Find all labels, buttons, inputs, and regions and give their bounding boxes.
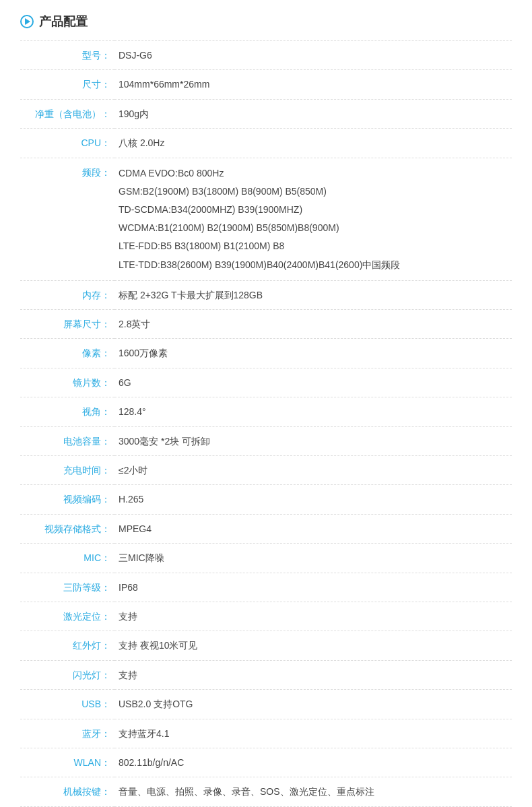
spec-value: 音量、电源、拍照、录像、录音、SOS、激光定位、重点标注 [114, 777, 512, 806]
spec-value: 2.8英寸 [114, 310, 512, 339]
spec-value: 支持 夜视10米可见 [114, 631, 512, 660]
spec-label: 尺寸： [20, 70, 114, 99]
spec-value: 802.11b/g/n/AC [114, 748, 512, 777]
section-header: 产品配置 [20, 13, 512, 30]
section-title: 产品配置 [39, 13, 88, 30]
table-row: 视角：128.4° [20, 397, 512, 426]
spec-label: 视角： [20, 397, 114, 426]
spec-label: 激光定位： [20, 602, 114, 631]
table-row: CPU：八核 2.0Hz [20, 129, 512, 158]
spec-label: 闪光灯： [20, 660, 114, 689]
spec-label: 充电时间： [20, 456, 114, 485]
table-row: 频段：CDMA EVDO:Bc0 800HzGSM:B2(1900M) B3(1… [20, 158, 512, 280]
page-container: 产品配置 型号：DSJ-G6尺寸：104mm*66mm*26mm净重（含电池）：… [0, 0, 532, 807]
spec-value: 3000毫安 *2块 可拆卸 [114, 426, 512, 455]
spec-label: 内存： [20, 280, 114, 309]
spec-value: 支持蓝牙4.1 [114, 719, 512, 748]
spec-label: 净重（含电池）： [20, 99, 114, 128]
table-row: 电池容量：3000毫安 *2块 可拆卸 [20, 426, 512, 455]
spec-value: ≤2小时 [114, 456, 512, 485]
section-icon [20, 15, 34, 28]
table-row: 视频编码：H.265 [20, 485, 512, 514]
spec-value: 支持 [114, 602, 512, 631]
table-row: 内存：标配 2+32G T卡最大扩展到128GB [20, 280, 512, 309]
spec-label: CPU： [20, 129, 114, 158]
spec-value: MPEG4 [114, 514, 512, 543]
spec-label: 红外灯： [20, 631, 114, 660]
spec-value: 104mm*66mm*26mm [114, 70, 512, 99]
table-row: 三防等级：IP68 [20, 573, 512, 602]
table-row: 像素：1600万像素 [20, 339, 512, 368]
table-row: 红外灯：支持 夜视10米可见 [20, 631, 512, 660]
table-row: MIC：三MIC降噪 [20, 544, 512, 573]
spec-value: 128.4° [114, 397, 512, 426]
table-row: WLAN：802.11b/g/n/AC [20, 748, 512, 777]
spec-label: 机械按键： [20, 777, 114, 806]
spec-value: 支持 [114, 660, 512, 689]
table-row: 尺寸：104mm*66mm*26mm [20, 70, 512, 99]
spec-value: 八核 2.0Hz [114, 129, 512, 158]
specs-table: 型号：DSJ-G6尺寸：104mm*66mm*26mm净重（含电池）：190g内… [20, 40, 512, 807]
spec-value: 标配 2+32G T卡最大扩展到128GB [114, 280, 512, 309]
table-row: 视频存储格式：MPEG4 [20, 514, 512, 543]
table-row: 充电时间：≤2小时 [20, 456, 512, 485]
spec-label: MIC： [20, 544, 114, 573]
table-row: 镜片数：6G [20, 368, 512, 397]
spec-label: 视频存储格式： [20, 514, 114, 543]
table-row: USB：USB2.0 支持OTG [20, 690, 512, 719]
spec-value: DSJ-G6 [114, 41, 512, 70]
spec-value: 1600万像素 [114, 339, 512, 368]
spec-label: WLAN： [20, 748, 114, 777]
spec-label: 电池容量： [20, 426, 114, 455]
table-row: 机械按键：音量、电源、拍照、录像、录音、SOS、激光定位、重点标注 [20, 777, 512, 806]
spec-label: 蓝牙： [20, 719, 114, 748]
table-row: 型号：DSJ-G6 [20, 41, 512, 70]
spec-value: USB2.0 支持OTG [114, 690, 512, 719]
spec-label: 镜片数： [20, 368, 114, 397]
spec-value: H.265 [114, 485, 512, 514]
spec-label: USB： [20, 690, 114, 719]
spec-value: 190g内 [114, 99, 512, 128]
spec-value: 三MIC降噪 [114, 544, 512, 573]
spec-label: 频段： [20, 158, 114, 280]
spec-value: IP68 [114, 573, 512, 602]
spec-value: 6G [114, 368, 512, 397]
table-row: 净重（含电池）：190g内 [20, 99, 512, 128]
spec-label: 视频编码： [20, 485, 114, 514]
spec-label: 三防等级： [20, 573, 114, 602]
table-row: 激光定位：支持 [20, 602, 512, 631]
table-row: 闪光灯：支持 [20, 660, 512, 689]
spec-label: 像素： [20, 339, 114, 368]
table-row: 蓝牙：支持蓝牙4.1 [20, 719, 512, 748]
spec-label: 屏幕尺寸： [20, 310, 114, 339]
table-row: 屏幕尺寸：2.8英寸 [20, 310, 512, 339]
spec-value: CDMA EVDO:Bc0 800HzGSM:B2(1900M) B3(1800… [114, 158, 512, 280]
spec-label: 型号： [20, 41, 114, 70]
